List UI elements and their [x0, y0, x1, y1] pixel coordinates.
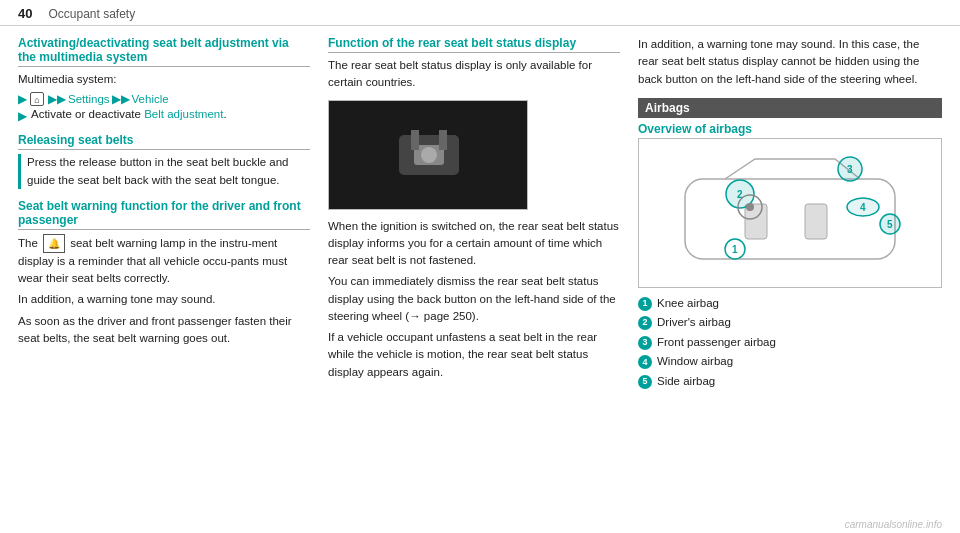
divider3 — [18, 229, 310, 230]
section-rear-seatbelt: Function of the rear seat belt status di… — [328, 36, 620, 381]
main-content: Activating/deactivating seat belt adjust… — [0, 26, 960, 517]
list-item: 2 Driver's airbag — [638, 313, 942, 333]
double-arrow2: ▶▶ — [112, 92, 130, 106]
svg-text:5: 5 — [887, 219, 893, 230]
airbag-label-1: Knee airbag — [657, 294, 719, 314]
releasing-instruction: Press the release button in the seat bel… — [27, 154, 310, 189]
seatbelt-warning-body: The 🔔 seat belt warning lamp in the inst… — [18, 234, 310, 288]
home-icon: ⌂ — [30, 92, 44, 106]
airbags-section: Airbags Overview of airbags — [638, 98, 942, 392]
rear-intro: The rear seat belt status display is onl… — [328, 57, 620, 92]
extra-text: In addition, a warning tone may sound. I… — [638, 36, 942, 88]
airbag-num-5: 5 — [638, 375, 652, 389]
airbags-subtitle: Overview of airbags — [638, 122, 942, 136]
airbag-label-5: Side airbag — [657, 372, 715, 392]
activate-arrow-icon: ▶ — [18, 109, 27, 123]
airbag-svg: 1 2 3 4 5 — [639, 139, 941, 288]
multimedia-label: Multimedia system: — [18, 71, 310, 88]
divider1 — [18, 66, 310, 67]
rear-para3: If a vehicle occupant unfastens a seat b… — [328, 329, 620, 381]
vehicle-link[interactable]: Vehicle — [132, 93, 169, 105]
svg-text:3: 3 — [847, 164, 853, 175]
section-seatbelt-adjust-title: Activating/deactivating seat belt adjust… — [18, 36, 310, 64]
page: 40 Occupant safety Activating/deactivati… — [0, 0, 960, 533]
section-seatbelt-adjust: Activating/deactivating seat belt adjust… — [18, 36, 310, 123]
airbag-label-4: Window airbag — [657, 352, 733, 372]
svg-text:4: 4 — [860, 202, 866, 213]
mid-column: Function of the rear seat belt status di… — [328, 36, 638, 511]
airbag-list: 1 Knee airbag 2 Driver's airbag 3 Front … — [638, 294, 942, 392]
footer-watermark: carmanualsonline.info — [0, 517, 960, 533]
releasing-title: Releasing seat belts — [18, 133, 310, 147]
right-column: In addition, a warning tone may sound. I… — [638, 36, 942, 511]
list-item: 3 Front passenger airbag — [638, 333, 942, 353]
svg-point-5 — [421, 147, 437, 163]
left-column: Activating/deactivating seat belt adjust… — [18, 36, 328, 511]
page-header: 40 Occupant safety — [0, 0, 960, 26]
airbag-num-1: 1 — [638, 297, 652, 311]
airbag-num-3: 3 — [638, 336, 652, 350]
svg-point-21 — [746, 203, 754, 211]
settings-link[interactable]: Settings — [68, 93, 110, 105]
airbag-num-4: 4 — [638, 355, 652, 369]
divider4 — [328, 52, 620, 53]
list-item: 1 Knee airbag — [638, 294, 942, 314]
multimedia-nav: ▶ ⌂ ▶▶ Settings ▶▶ Vehicle — [18, 92, 310, 106]
releasing-instruction-block: Press the release button in the seat bel… — [18, 154, 310, 189]
seatbelt-svg — [329, 100, 527, 210]
seatbelt-para2: As soon as the driver and front passenge… — [18, 313, 310, 348]
list-item: 4 Window airbag — [638, 352, 942, 372]
seatbelt-para1: In addition, a warning tone may sound. — [18, 291, 310, 308]
rear-seatbelt-title: Function of the rear seat belt status di… — [328, 36, 620, 50]
airbag-label-2: Driver's airbag — [657, 313, 731, 333]
rear-para1: When the ignition is switched on, the re… — [328, 218, 620, 270]
page-number: 40 — [18, 6, 32, 21]
double-arrow1: ▶▶ — [48, 92, 66, 106]
rear-para2: You can immediately dismiss the rear sea… — [328, 273, 620, 325]
svg-rect-3 — [411, 130, 419, 150]
airbag-num-2: 2 — [638, 316, 652, 330]
seat-belt-icon: 🔔 — [43, 234, 65, 253]
airbags-header: Airbags — [638, 98, 942, 118]
activate-item: ▶ Activate or deactivate Belt adjustment… — [18, 108, 310, 123]
airbag-label-3: Front passenger airbag — [657, 333, 776, 353]
svg-rect-9 — [805, 204, 827, 239]
svg-text:1: 1 — [732, 244, 738, 255]
nav-arrow-icon: ▶ — [18, 92, 27, 106]
section-seatbelt-warning: Seat belt warning function for the drive… — [18, 199, 310, 347]
activate-label: Activate or deactivate Belt adjustment. — [31, 108, 227, 120]
divider2 — [18, 149, 310, 150]
airbag-diagram: 1 2 3 4 5 — [638, 138, 942, 288]
svg-rect-4 — [439, 130, 447, 150]
page-title: Occupant safety — [48, 7, 135, 21]
section-releasing-seatbelts: Releasing seat belts Press the release b… — [18, 133, 310, 189]
seatbelt-image — [328, 100, 528, 210]
list-item: 5 Side airbag — [638, 372, 942, 392]
belt-adjustment-link[interactable]: Belt adjustment — [144, 108, 223, 120]
seatbelt-warning-title: Seat belt warning function for the drive… — [18, 199, 310, 227]
